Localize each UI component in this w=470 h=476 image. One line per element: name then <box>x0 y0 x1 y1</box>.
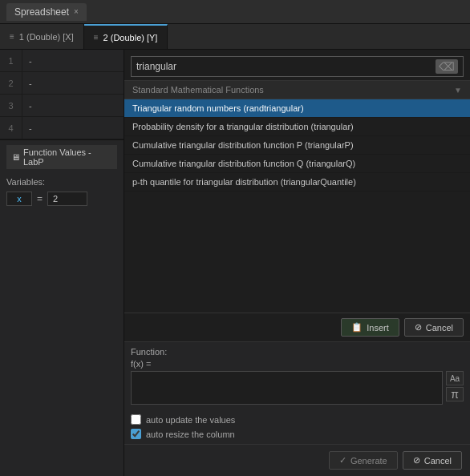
search-area: ⌫ <box>124 50 470 80</box>
function-panel: ⌫ Standard Mathematical Functions ▼ Tria… <box>124 50 470 476</box>
auto-resize-checkbox[interactable] <box>131 429 141 439</box>
side-buttons: Aa π <box>446 371 464 401</box>
row-val-1: - <box>22 56 32 66</box>
action-buttons: 📋 Insert ⊘ Cancel <box>124 313 470 341</box>
row-val-2: - <box>22 79 32 88</box>
cancel-bottom-label: Cancel <box>424 456 452 466</box>
title-bar: Spreadsheet × <box>0 0 470 24</box>
search-bar: ⌫ <box>131 56 464 77</box>
row-num-4: 4 <box>0 117 22 139</box>
category-header[interactable]: Standard Mathematical Functions ▼ <box>124 80 470 99</box>
search-input[interactable] <box>136 61 432 72</box>
cancel-insert-icon: ⊘ <box>415 322 422 333</box>
variables-section: Variables: x = <box>6 174 117 209</box>
tab-label: Spreadsheet <box>14 6 69 18</box>
row-val-3: - <box>22 101 32 111</box>
sub-panel-title: 🖥 Function Values - LabP <box>6 145 117 169</box>
function-label: Function: <box>131 347 464 357</box>
sub-panel: 🖥 Function Values - LabP Variables: x = <box>0 139 124 214</box>
col-tab-2[interactable]: ≡ 2 (Double) [Y] <box>84 24 168 49</box>
col1-label: 1 (Double) [X] <box>19 32 74 42</box>
generate-icon: ✓ <box>339 455 346 466</box>
list-item[interactable]: p-th quantile for triangular distributio… <box>124 173 470 192</box>
category-label: Standard Mathematical Functions <box>132 85 264 95</box>
list-item[interactable]: Probability density for a triangular dis… <box>124 118 470 136</box>
variables-label: Variables: <box>6 177 117 187</box>
auto-update-label: auto update the values <box>146 415 235 425</box>
insert-icon: 📋 <box>351 322 363 333</box>
equals-sign: = <box>37 193 43 204</box>
col-tab-1[interactable]: ≡ 1 (Double) [X] <box>0 24 84 49</box>
generate-label: Generate <box>350 456 387 466</box>
auto-resize-label: auto resize the column <box>146 430 235 439</box>
function-editor: Function: f(x) = Aa π <box>124 341 470 409</box>
auto-resize-row: auto resize the column <box>131 429 464 439</box>
variable-row: x = <box>6 192 117 206</box>
cancel-insert-button[interactable]: ⊘ Cancel <box>404 318 464 337</box>
sub-panel-label: Function Values - LabP <box>23 147 112 167</box>
col2-icon: ≡ <box>94 33 99 42</box>
close-icon[interactable]: × <box>74 7 79 16</box>
list-item[interactable]: Cumulative triangular distribution funct… <box>124 155 470 173</box>
pi-icon: π <box>451 388 459 401</box>
fx-label: f(x) = <box>131 359 464 369</box>
row-val-4: - <box>22 123 32 133</box>
generate-button[interactable]: ✓ Generate <box>329 451 398 470</box>
chevron-down-icon: ▼ <box>454 86 462 95</box>
auto-update-checkbox[interactable] <box>131 414 141 425</box>
bottom-buttons: ✓ Generate ⊘ Cancel <box>124 444 470 476</box>
main-area: 1 - 2 - 3 - 4 - 🖥 Function Values - LabP <box>0 50 470 476</box>
insert-button[interactable]: 📋 Insert <box>341 318 399 337</box>
row-num-2: 2 <box>0 72 22 94</box>
list-item[interactable]: Triangular random numbers (randtriangula… <box>124 99 470 118</box>
function-list: Triangular random numbers (randtriangula… <box>124 99 470 313</box>
aa-button[interactable]: Aa <box>446 371 464 385</box>
table-row: 4 - <box>0 117 124 139</box>
cancel-bottom-icon: ⊘ <box>413 455 420 466</box>
cancel-insert-label: Cancel <box>426 323 453 333</box>
row-num-3: 3 <box>0 95 22 116</box>
function-input-row: Aa π <box>131 371 464 405</box>
var-value-input[interactable] <box>47 192 87 206</box>
table-row: 3 - <box>0 95 124 117</box>
list-item[interactable]: Cumulative triangular distribution funct… <box>124 136 470 155</box>
col1-icon: ≡ <box>10 32 14 41</box>
window-icon: 🖥 <box>11 152 20 162</box>
cancel-bottom-button[interactable]: ⊘ Cancel <box>403 451 462 470</box>
checkbox-section: auto update the values auto resize the c… <box>124 409 470 444</box>
left-panel: 1 - 2 - 3 - 4 - 🖥 Function Values - LabP <box>0 50 124 476</box>
var-name: x <box>6 192 32 206</box>
column-tabs: ≡ 1 (Double) [X] ≡ 2 (Double) [Y] <box>0 24 470 50</box>
function-textarea[interactable] <box>131 371 443 405</box>
row-num-1: 1 <box>0 50 22 71</box>
pi-button[interactable]: π <box>446 387 464 401</box>
clear-search-icon[interactable]: ⌫ <box>436 59 458 74</box>
table-row: 2 - <box>0 72 124 95</box>
col2-label: 2 (Double) [Y] <box>103 33 158 42</box>
table-row: 1 - <box>0 50 124 72</box>
spreadsheet-tab[interactable]: Spreadsheet × <box>6 3 87 21</box>
spreadsheet-grid: 1 - 2 - 3 - 4 - <box>0 50 124 139</box>
insert-label: Insert <box>367 323 389 333</box>
auto-update-row: auto update the values <box>131 414 464 425</box>
